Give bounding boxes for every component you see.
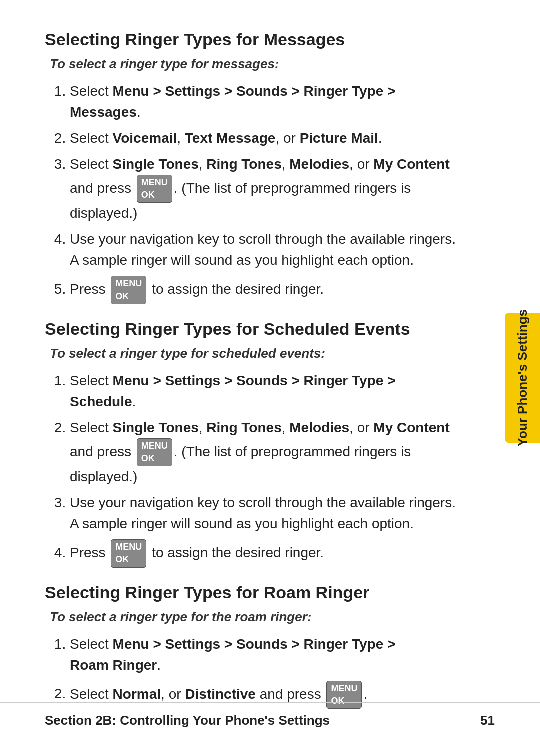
page-content: Selecting Ringer Types for Messages To s… xyxy=(45,30,460,709)
list-item: Select Single Tones, Ring Tones, Melodie… xyxy=(70,418,460,488)
section-messages: Selecting Ringer Types for Messages To s… xyxy=(45,30,460,304)
section-title-roam: Selecting Ringer Types for Roam Ringer xyxy=(45,583,460,602)
list-item: Select Menu > Settings > Sounds > Ringer… xyxy=(70,81,460,123)
footer: Section 2B: Controlling Your Phone's Set… xyxy=(0,702,540,728)
list-item: Press MENUOK to assign the desired ringe… xyxy=(70,540,460,568)
list-item: Use your navigation key to scroll throug… xyxy=(70,229,460,271)
list-item: Use your navigation key to scroll throug… xyxy=(70,492,460,534)
menu-button-icon: MENUOK xyxy=(137,438,172,466)
instruction-roam: To select a ringer type for the roam rin… xyxy=(50,610,460,625)
list-item: Select Voicemail, Text Message, or Pictu… xyxy=(70,128,460,149)
instruction-messages: To select a ringer type for messages: xyxy=(50,56,460,72)
footer-section-label: Section 2B: Controlling Your Phone's Set… xyxy=(45,713,330,728)
section-roam: Selecting Ringer Types for Roam Ringer T… xyxy=(45,583,460,709)
section-title-scheduled: Selecting Ringer Types for Scheduled Eve… xyxy=(45,320,460,339)
steps-roam: Select Menu > Settings > Sounds > Ringer… xyxy=(70,634,460,709)
list-item: Select Single Tones, Ring Tones, Melodie… xyxy=(70,154,460,224)
steps-scheduled: Select Menu > Settings > Sounds > Ringer… xyxy=(70,370,460,568)
menu-button-icon: MENUOK xyxy=(111,276,146,304)
side-tab: Your Phone's Settings xyxy=(505,313,540,443)
steps-messages: Select Menu > Settings > Sounds > Ringer… xyxy=(70,81,460,304)
list-item: Press MENUOK to assign the desired ringe… xyxy=(70,276,460,304)
menu-button-icon: MENUOK xyxy=(137,175,172,203)
side-tab-label: Your Phone's Settings xyxy=(515,310,530,446)
list-item: Select Menu > Settings > Sounds > Ringer… xyxy=(70,370,460,412)
list-item: Select Menu > Settings > Sounds > Ringer… xyxy=(70,634,460,676)
menu-button-icon: MENUOK xyxy=(111,540,146,568)
footer-page-number: 51 xyxy=(480,713,495,728)
section-title-messages: Selecting Ringer Types for Messages xyxy=(45,30,460,50)
instruction-scheduled: To select a ringer type for scheduled ev… xyxy=(50,346,460,362)
section-scheduled: Selecting Ringer Types for Scheduled Eve… xyxy=(45,320,460,568)
